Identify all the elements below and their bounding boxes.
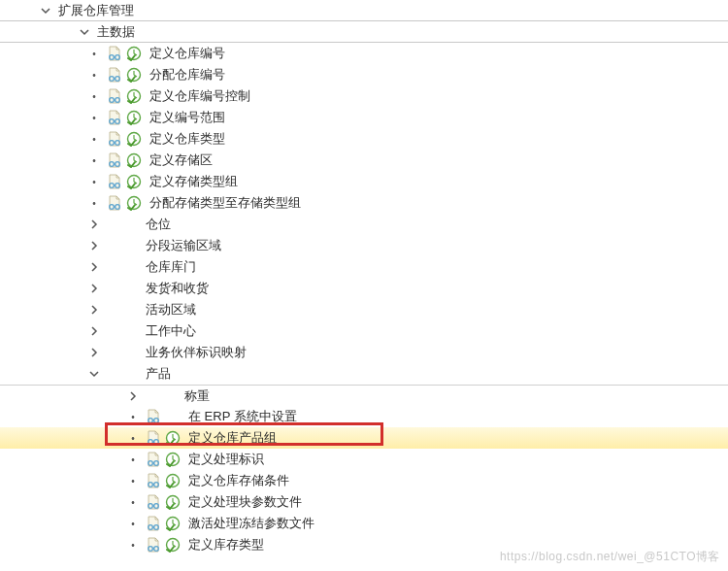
tree-label: 分配存储类型至存储类型组 [149, 194, 301, 212]
tree-row[interactable]: 定义仓库产品组 [0, 427, 728, 449]
collapse-icon[interactable] [87, 282, 101, 295]
clock-check-icon[interactable] [126, 152, 142, 168]
bullet-icon [126, 453, 140, 466]
document-glasses-icon [146, 494, 161, 510]
tree-row[interactable]: 定义处理块参数文件 [0, 491, 728, 513]
tree-row[interactable]: 产品 [0, 363, 728, 385]
clock-check-icon[interactable] [126, 174, 142, 189]
clock-check-icon[interactable] [126, 131, 142, 147]
tree-row[interactable]: 定义仓库存储条件 [0, 470, 728, 491]
tree-row-level0[interactable]: 扩展仓库管理 [0, 0, 728, 21]
tree-row[interactable]: 定义存储类型组 [0, 171, 728, 192]
bullet-icon [87, 89, 101, 103]
collapse-icon[interactable] [87, 239, 101, 252]
document-glasses-icon [146, 473, 161, 488]
bullet-icon [126, 517, 140, 530]
tree-label: 称重 [184, 387, 210, 405]
tree-label: 定义仓库编号 [149, 45, 225, 62]
clock-check-icon[interactable] [126, 110, 142, 125]
tree-row[interactable]: 仓位 [0, 214, 728, 235]
bullet-icon [126, 410, 140, 423]
tree-row[interactable]: 发货和收货 [0, 278, 728, 299]
clock-check-icon[interactable] [165, 494, 181, 510]
tree-row[interactable]: 业务伙伴标识映射 [0, 342, 728, 363]
document-glasses-icon [107, 67, 122, 83]
document-glasses-icon [146, 537, 161, 553]
bullet-icon [87, 132, 101, 146]
clock-check-icon[interactable] [165, 537, 181, 553]
tree-label: 定义编号范围 [149, 109, 225, 126]
tree-row[interactable]: 分配仓库编号 [0, 64, 728, 85]
tree-label: 活动区域 [146, 301, 196, 319]
bullet-icon [87, 153, 101, 167]
document-glasses-icon [107, 46, 122, 61]
clock-check-icon[interactable] [165, 473, 181, 488]
tree-row[interactable]: 激活处理冻结参数文件 [0, 513, 728, 534]
bullet-icon [87, 68, 101, 82]
clock-check-icon[interactable] [165, 452, 181, 467]
document-glasses-icon [146, 516, 161, 531]
document-glasses-icon [107, 88, 122, 104]
clock-check-icon[interactable] [126, 46, 142, 61]
tree-row[interactable]: 仓库库门 [0, 256, 728, 278]
tree-label: 工作中心 [146, 322, 196, 340]
tree-label: 定义仓库存储条件 [188, 472, 289, 489]
collapse-icon[interactable] [87, 303, 101, 317]
tree-row[interactable]: 定义仓库编号 [0, 43, 728, 64]
tree-label: 仓库库门 [146, 258, 196, 276]
expand-icon[interactable] [78, 25, 91, 39]
document-glasses-icon [146, 452, 161, 467]
tree-label: 定义存储区 [149, 151, 213, 169]
tree-label: 定义处理块参数文件 [188, 493, 302, 511]
bullet-icon [126, 495, 140, 509]
tree-row[interactable]: 定义仓库类型 [0, 128, 728, 150]
tree-label: 产品 [146, 365, 171, 383]
document-glasses-icon [107, 195, 122, 211]
tree-row[interactable]: 在 ERP 系统中设置 [0, 406, 728, 427]
collapse-icon[interactable] [87, 346, 101, 359]
document-glasses-icon [146, 409, 161, 424]
tree-label: 激活处理冻结参数文件 [188, 515, 314, 532]
tree-row-level1[interactable]: 主数据 [0, 21, 728, 43]
bullet-icon [87, 111, 101, 124]
collapse-icon[interactable] [87, 324, 101, 338]
tree-row[interactable]: 称重 [0, 385, 728, 406]
tree-row[interactable]: 分配存储类型至存储类型组 [0, 192, 728, 214]
clock-check-icon[interactable] [165, 516, 181, 531]
collapse-icon[interactable] [126, 389, 140, 403]
tree-label: 业务伙伴标识映射 [146, 344, 247, 361]
tree-row[interactable]: 定义仓库编号控制 [0, 85, 728, 107]
tree-label: 分配仓库编号 [149, 66, 225, 84]
tree-label: 仓位 [146, 216, 171, 233]
clock-check-icon[interactable] [165, 430, 181, 446]
bullet-icon [126, 474, 140, 487]
expand-icon[interactable] [87, 367, 101, 381]
document-glasses-icon [107, 131, 122, 147]
tree-row[interactable]: 定义编号范围 [0, 107, 728, 128]
bullet-icon [87, 175, 101, 188]
tree-row[interactable]: 分段运输区域 [0, 235, 728, 256]
clock-check-icon[interactable] [126, 88, 142, 104]
collapse-icon[interactable] [87, 260, 101, 274]
tree-label: 主数据 [97, 23, 135, 41]
tree-label: 定义仓库编号控制 [149, 87, 250, 105]
tree-row[interactable]: 工作中心 [0, 320, 728, 342]
tree-label: 定义存储类型组 [149, 173, 238, 190]
bullet-icon [126, 431, 140, 445]
clock-check-icon[interactable] [126, 195, 142, 211]
tree-label: 发货和收货 [146, 280, 209, 297]
document-glasses-icon [107, 110, 122, 125]
tree-row[interactable]: 定义处理标识 [0, 449, 728, 470]
collapse-icon[interactable] [87, 218, 101, 231]
watermark-text: https://blog.csdn.net/wei_@51CTO博客 [500, 549, 720, 565]
bullet-icon [87, 196, 101, 210]
clock-check-icon[interactable] [126, 67, 142, 83]
document-glasses-icon [107, 174, 122, 189]
tree-row[interactable]: 活动区域 [0, 299, 728, 320]
tree-label: 定义库存类型 [188, 536, 264, 554]
expand-icon[interactable] [39, 4, 52, 17]
tree-label: 定义仓库类型 [149, 130, 225, 148]
bullet-icon [126, 538, 140, 552]
tree-row[interactable]: 定义存储区 [0, 150, 728, 171]
tree-label: 扩展仓库管理 [58, 2, 134, 19]
